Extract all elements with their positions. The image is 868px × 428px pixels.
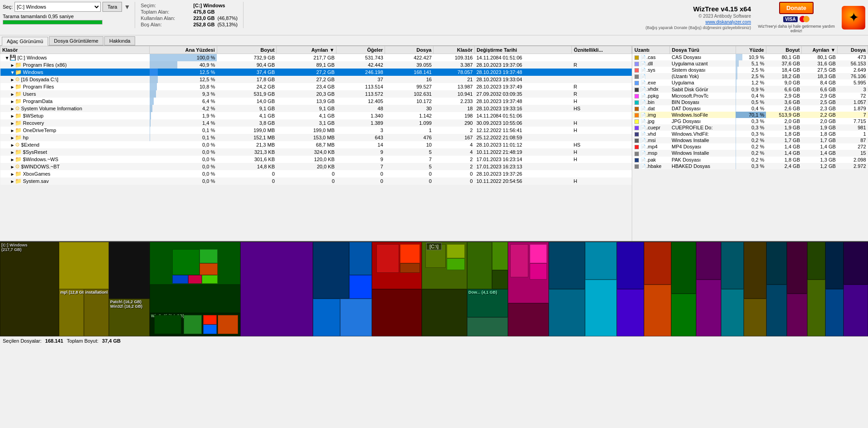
tree-row[interactable]: ▶⚙$Extend0,0 %21,3 MB68,7 MB1410428.10.2…: [0, 141, 632, 148]
tree-row[interactable]: ▶📁ProgramData6,4 %14,0 GB13,9 GB12.40510…: [0, 98, 632, 105]
expand-icon[interactable]: ▶: [11, 92, 14, 97]
treemap-block[interactable]: [644, 285, 671, 336]
treemap-block[interactable]: [549, 289, 585, 336]
treemap-block[interactable]: [766, 242, 787, 285]
scan-button[interactable]: Tara: [102, 2, 122, 12]
col-pct[interactable]: Ana Yüzdesi: [150, 46, 217, 54]
treemap-block[interactable]: [721, 242, 744, 289]
treemap-block[interactable]: Dow... (4,1 GB): [467, 289, 508, 317]
treemap-block[interactable]: [218, 315, 238, 334]
tree-row[interactable]: ▶📁XboxGames0,0 %0000028.10.2023 19:37:26: [0, 170, 632, 177]
expand-icon[interactable]: ▶: [11, 99, 14, 104]
expand-icon[interactable]: ▶: [11, 106, 14, 111]
right-table-row[interactable]: 📄.dllUygulama uzant5,1 %37,6 GB31,6 GB56…: [633, 60, 868, 67]
col-files[interactable]: Dosya: [385, 46, 434, 54]
treemap-block[interactable]: [313, 299, 340, 336]
treemap-block[interactable]: [240, 242, 313, 336]
col-folders[interactable]: Klasör: [434, 46, 475, 54]
tree-row[interactable]: ▶📁Users9,3 %531,9 GB20,3 GB113.572102.63…: [0, 90, 632, 98]
treemap-block[interactable]: [787, 242, 807, 294]
col-attr[interactable]: Öznitellikli...: [572, 46, 632, 54]
tree-row[interactable]: ▼📁Windows12,5 %37,4 GB27,2 GB246.198168.…: [0, 69, 632, 76]
tree-row[interactable]: ▶📁System.sav0,0 %0000010.11.2022 20:54:5…: [0, 177, 632, 185]
treemap-block[interactable]: [172, 275, 188, 284]
treemap-block[interactable]: [200, 249, 218, 263]
right-col-files[interactable]: Dosya: [838, 46, 868, 54]
treemap-block[interactable]: [492, 270, 508, 289]
treemap-block[interactable]: [400, 244, 420, 263]
treemap-block[interactable]: [787, 294, 807, 336]
expand-icon[interactable]: ▶: [11, 150, 14, 155]
right-table-row[interactable]: 📄.imgWindows.IsoFile70,1 %513,9 GB2,2 GB…: [633, 112, 868, 118]
treemap-block[interactable]: [825, 289, 844, 336]
treemap-block[interactable]: [508, 303, 549, 336]
tree-row[interactable]: ▶📁OneDriveTemp0,1 %199,0 MB199,0 MB31212…: [0, 127, 632, 134]
drive-select[interactable]: [C:] Windows: [15, 2, 101, 12]
treemap-block[interactable]: [203, 315, 217, 325]
treemap-block[interactable]: [492, 242, 508, 270]
right-table-row[interactable]: 📄.casCAS Dosyası10,9 %80,1 GB80,1 GB473: [633, 54, 868, 61]
treemap-block[interactable]: [59, 242, 109, 289]
right-scroll[interactable]: Uzantı Dosya Türü Yüzde Boyut Ayrılan ▼ …: [632, 46, 868, 241]
col-date[interactable]: Değiştirme Tarihi: [474, 46, 571, 54]
treemap-block[interactable]: [376, 244, 399, 272]
treemap-block[interactable]: [447, 244, 465, 258]
col-folder[interactable]: Klasör: [0, 46, 150, 54]
treemap-block[interactable]: [585, 280, 617, 336]
treemap-block[interactable]: [585, 242, 617, 280]
treemap-block[interactable]: [696, 242, 721, 280]
treemap-block[interactable]: installation\ (22,7 GB): [84, 289, 109, 336]
treemap-block[interactable]: [530, 244, 547, 263]
right-table-row[interactable]: 📄.pakPAK Dosyası0,2 %1,8 GB1,3 GB2.098: [633, 157, 868, 163]
tree-row[interactable]: ▶📁$SysReset0,0 %321,3 KB324,0 KB95410.11…: [0, 148, 632, 156]
treemap-block[interactable]: [349, 275, 372, 299]
right-table-row[interactable]: 📄.cueprCUEPROFILE Do:0,3 %1,9 GB1,9 GB98…: [633, 124, 868, 131]
treemap-block[interactable]: [467, 242, 492, 289]
treemap-block[interactable]: [202, 275, 218, 284]
tree-row[interactable]: ▶⚙[16 Dosyada C:\]12,5 %17,8 GB27,2 GB37…: [0, 76, 632, 83]
treemap-block[interactable]: mp\ (12,8 GB): [59, 289, 84, 336]
treemap-block[interactable]: [422, 289, 467, 336]
right-table-row[interactable]: 📄.mp4MP4 Dosyası0,2 %1,4 GB1,4 GB272: [633, 143, 868, 150]
tree-row[interactable]: ▶⚙System Volume Information4,2 %9,1 GB9,…: [0, 105, 632, 112]
treemap-block[interactable]: [154, 315, 181, 334]
right-table-row[interactable]: 📄.jpgJPG Dosyası0,3 %2,0 GB2,0 GB7.715: [633, 118, 868, 124]
expand-icon[interactable]: ▶: [11, 164, 14, 169]
expand-icon[interactable]: ▼: [6, 55, 9, 60]
treemap-block[interactable]: [744, 299, 766, 336]
treemap-block[interactable]: [721, 289, 744, 336]
tree-row[interactable]: ▶⚙$WINDOWS.~BT0,0 %14,8 KB20,0 KB75217.0…: [0, 163, 632, 170]
treemap-block[interactable]: [671, 294, 696, 336]
expand-icon[interactable]: ▶: [11, 113, 14, 118]
col-size[interactable]: Boyut: [217, 46, 277, 54]
treemap-block[interactable]: [696, 280, 721, 336]
right-col-ext[interactable]: Uzantı: [633, 46, 670, 54]
expand-icon[interactable]: ▶: [11, 77, 14, 82]
treemap-block[interactable]: [188, 275, 202, 284]
right-col-type[interactable]: Dosya Türü: [670, 46, 736, 54]
treemap-block[interactable]: [844, 285, 868, 336]
treemap-block[interactable]: [617, 289, 644, 336]
treemap-block[interactable]: [617, 242, 644, 289]
treemap-block[interactable]: [644, 242, 671, 285]
treemap-block[interactable]: [530, 263, 547, 280]
right-table-row[interactable]: 📄.exeUygulama1,2 %9,0 GB8,4 GB5.995: [633, 79, 868, 86]
treemap-block[interactable]: [825, 242, 844, 289]
tree-scroll[interactable]: Klasör Ana Yüzdesi Boyut Ayrılan ▼ Öğele…: [0, 46, 632, 241]
tree-row[interactable]: ▶📁Recovery1,4 %3,8 GB3,1 GB1.3891.099290…: [0, 119, 632, 127]
tree-row[interactable]: ▶📁$Windows.~WS0,0 %301,6 KB120,0 KB97217…: [0, 156, 632, 163]
tree-row[interactable]: ▼💾[C:] Windows100,0 %732,9 GB217,7 GB531…: [0, 54, 632, 62]
expand-icon[interactable]: ▶: [11, 128, 14, 133]
expand-icon[interactable]: ▶: [11, 135, 14, 140]
treemap-block[interactable]: [372, 289, 422, 336]
right-col-pct[interactable]: Yüzde: [736, 46, 766, 54]
col-alloc[interactable]: Ayrılan ▼: [277, 46, 336, 54]
expand-icon[interactable]: ▶: [11, 63, 14, 68]
treemap-block[interactable]: [467, 317, 508, 336]
expand-icon[interactable]: ▶: [11, 84, 14, 89]
expand-icon[interactable]: ▼: [11, 70, 14, 75]
treemap-block[interactable]: [744, 242, 766, 299]
tree-row[interactable]: ▶📁hp0,1 %152,1 MB153,0 MB64347616725.12.…: [0, 134, 632, 141]
treemap-block[interactable]: [766, 285, 787, 336]
treemap-block[interactable]: [807, 242, 825, 280]
